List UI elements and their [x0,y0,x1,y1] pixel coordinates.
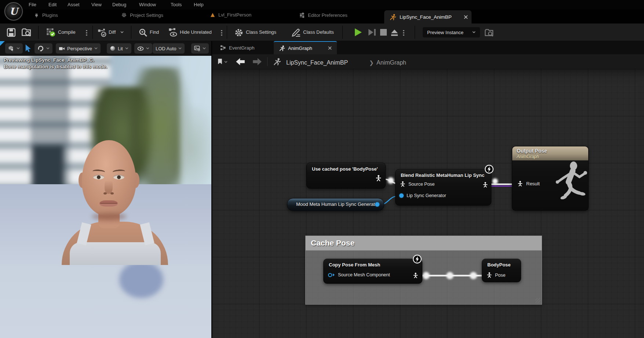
compile-options-kebab[interactable] [86,29,87,37]
class-defaults-label[interactable]: Class Defaults [303,29,334,35]
tab-lvl-firstperson[interactable]: Lvl_FirstPerson [210,12,251,18]
diff-button[interactable] [98,28,107,37]
menu-help[interactable]: Help [194,2,204,7]
preview-viewport-3d[interactable]: Previewing LipSync_Face_AnimBP_C. Bone m… [0,56,211,338]
chevron-down-icon[interactable] [120,31,124,33]
nav-back-button[interactable] [235,58,246,66]
chevron-down-icon[interactable] [224,61,228,63]
play-button[interactable] [353,27,363,37]
result-pin-row[interactable]: Result [517,181,540,187]
breadcrumb-current[interactable]: AnimGraph [376,59,406,66]
select-tool-button[interactable] [24,44,32,53]
perspective-label: Perspective [67,46,92,51]
tab-lipsync-face-animbp[interactable]: LipSync_Face_AnimBP [384,10,472,23]
perspective-dropdown[interactable]: Perspective [56,43,101,54]
lit-sphere-icon [110,46,116,51]
diff-icon [98,28,107,37]
browse-asset-button[interactable] [21,28,32,37]
viewport-overlay-line2: Bone manipulation is disabled in this mo… [4,64,107,69]
pose-output-pin[interactable] [483,182,488,188]
image-capture-icon [194,46,200,51]
find-button[interactable] [138,28,148,37]
lit-mode-dropdown[interactable]: Lit [107,43,131,54]
toolbar-separator [38,26,39,39]
menu-view[interactable]: View [91,2,102,7]
object-pin[interactable] [399,193,404,198]
compile-label[interactable]: Compile [58,29,76,35]
lod-label: LOD Auto [156,46,176,51]
preview-browse-button[interactable] [484,28,494,37]
pose-input-pin[interactable] [517,181,523,187]
unreal-logo[interactable]: U [4,2,23,21]
pose-output-pin[interactable] [413,272,418,279]
find-label[interactable]: Find [150,29,159,35]
tab-editor-preferences[interactable]: Editor Preferences [299,12,348,18]
viewport-transform-tool-button[interactable] [5,43,23,54]
node-subtitle: AnimGraph [517,154,539,159]
node-bodypose[interactable]: BodyPose Pose [482,259,521,282]
menu-edit[interactable]: Edit [48,2,57,7]
class-settings-label[interactable]: Class Settings [246,29,276,35]
step-forward-button[interactable] [367,27,377,37]
tab-animgraph[interactable]: AnimGraph [274,41,337,54]
tab-project-settings[interactable]: Project Settings [121,12,163,18]
chevron-down-icon [94,47,98,50]
node-output-pose[interactable]: Output Pose AnimGraph Result [512,146,589,211]
mannequin-watermark [547,160,587,208]
stop-button[interactable] [378,27,389,37]
lod-dropdown[interactable]: LOD Auto [153,43,185,54]
pose-pin-row[interactable]: Pose [487,272,506,278]
chevron-down-icon [472,31,476,33]
level-icon [210,12,215,18]
lip-sync-generator-pin-row[interactable]: Lip Sync Generator [399,193,446,198]
menu-window[interactable]: Window [139,2,156,7]
hide-unrelated-button[interactable] [168,28,178,37]
node-use-cached-pose[interactable]: Use cached pose 'BodyPose' [306,163,386,189]
compile-icon [46,28,56,37]
variable-output-pin[interactable] [375,202,379,207]
show-menu-button[interactable] [134,43,152,54]
pose-input-pin[interactable] [487,272,492,278]
eject-button[interactable] [389,27,400,37]
class-defaults-button[interactable] [291,28,301,37]
bookmarks-button[interactable] [217,58,223,65]
rotate-tool-button[interactable] [34,43,52,54]
diff-label[interactable]: Diff [109,29,116,35]
toolbar-separator [92,26,93,39]
close-icon[interactable] [328,46,332,50]
source-mesh-pin-row[interactable]: Source Mesh Component [328,272,390,277]
hide-unrelated-kebab[interactable] [221,29,222,37]
close-icon[interactable] [464,15,468,19]
play-options-kebab[interactable] [403,29,404,37]
play-icon [353,27,363,37]
node-mood-generator-variable[interactable]: Mood Meta Human Lip Sync Generator [287,198,384,211]
hide-unrelated-label[interactable]: Hide Unrelated [180,29,212,35]
class-settings-button[interactable] [234,28,244,37]
menu-asset[interactable]: Asset [68,2,80,7]
source-pose-pin-row[interactable]: Source Pose [400,181,435,187]
tab-eventgraph[interactable]: EventGraph [215,41,259,54]
arrow-left-icon [235,58,246,66]
pose-input-pin[interactable] [400,181,405,187]
step-forward-icon [367,27,377,37]
preview-instance-dropdown[interactable]: Preview Instance [423,27,480,37]
node-blend-metahuman-lipsync[interactable]: Blend Realistic MetaHuman Lip Sync Sourc… [395,169,491,206]
save-button[interactable] [7,28,16,37]
search-icon [138,28,148,37]
compile-button[interactable] [46,28,56,37]
object-ref-pin[interactable] [328,273,332,277]
pose-output-pin[interactable] [375,175,382,182]
tab-plugins[interactable]: Plugins [34,12,58,18]
menu-file[interactable]: File [29,2,36,7]
menu-tools[interactable]: Tools [171,2,182,7]
character-shadow [119,261,163,298]
toolbar-separator [415,26,415,39]
stop-icon [378,27,389,37]
nav-forward-button[interactable] [252,58,263,66]
breadcrumb-root[interactable]: LipSync_Face_AnimBP [286,59,348,66]
node-copy-pose-from-mesh[interactable]: Copy Pose From Mesh Source Mesh Componen… [323,259,422,284]
screenshot-dropdown[interactable] [191,43,209,54]
menu-debug[interactable]: Debug [112,2,126,7]
animgraph-canvas[interactable]: Cache Pose [212,69,644,338]
event-graph-icon [220,45,226,51]
